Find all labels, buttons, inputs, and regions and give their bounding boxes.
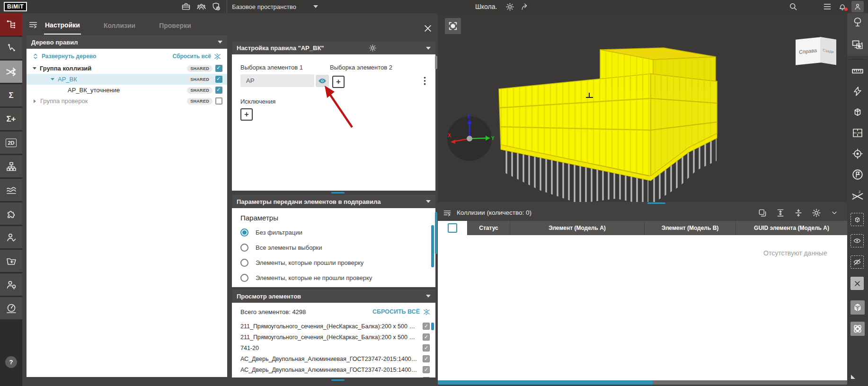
column-header-status[interactable]: Статус [468,221,510,235]
isolate-selection-icon[interactable] [850,213,864,226]
tree-item-checkbox[interactable] [215,76,222,83]
floorplan-icon[interactable] [850,126,865,140]
panel-scrollbar-thumb[interactable] [435,212,437,254]
element-list-item[interactable]: 741-20 [240,342,431,353]
task-list-icon[interactable] [821,1,833,12]
collapse-caret-icon[interactable] [426,200,431,203]
rule-more-menu-icon[interactable] [420,74,429,88]
workspace-selector-label[interactable]: Базовое пространство [232,3,296,10]
collapse-caret-icon[interactable] [426,295,431,298]
team-icon[interactable] [195,1,207,12]
shield-status-icon[interactable] [210,1,222,12]
rule-tree-header[interactable]: Дерево правил [27,35,227,49]
tree-caret-icon[interactable] [51,78,54,80]
add-selection2-button[interactable]: + [332,76,345,88]
doc-2d-tool-icon[interactable]: 2D [0,132,22,154]
user-location-tool-icon[interactable] [0,273,22,296]
sum-plus-tool-icon[interactable]: Σ+ [0,108,22,130]
show-selection-eye-icon[interactable] [850,234,864,247]
tree-item-ar-vk[interactable]: АР_ВК SHARED [27,74,227,85]
transfer-params-header[interactable]: Параметры передачи элементов в подправил… [232,195,435,208]
chevron-down-icon[interactable] [828,207,841,219]
select-node-tool-icon[interactable] [0,37,22,59]
viewport-3d[interactable]: Справа Сзади X Y Z [438,13,847,202]
tree-item-collision-group[interactable]: Группа коллизий SHARED [27,63,227,74]
tree-item-check-group[interactable]: Группа проверок SHARED [27,96,227,106]
close-panel-icon[interactable] [422,23,434,34]
element-checkbox[interactable] [423,366,430,373]
rule-gear-icon[interactable] [369,44,377,52]
add-exception-button[interactable]: + [240,108,253,121]
collisions-menu-icon[interactable] [438,208,457,218]
shaded-view-cube-icon[interactable] [850,300,865,315]
selection1-value-chip[interactable]: АР [240,74,314,87]
rule-settings-header[interactable]: Настройка правила "АР_ВК" [232,42,435,54]
horizontal-scrollbar[interactable] [438,380,847,385]
clear-filter-icon[interactable] [213,53,221,61]
horizontal-scrollbar-thumb[interactable] [438,380,653,385]
scrollbar-thumb[interactable] [431,225,434,267]
element-checkbox[interactable] [423,344,430,351]
axis-gizmo[interactable]: X Y Z [444,114,496,166]
search-icon[interactable] [787,1,799,12]
tree-item-checkbox[interactable] [215,97,222,105]
selection-sets-icon[interactable] [850,38,865,52]
collisions-settings-gear-icon[interactable] [810,207,823,219]
flag-marker-icon[interactable] [850,167,865,182]
panel-resize-handle[interactable] [647,202,665,204]
column-header-element-a[interactable]: Элемент (Модель А) [510,221,644,235]
help-button[interactable]: ? [5,356,17,368]
hide-selection-eye-slash-icon[interactable] [850,255,864,269]
viewport-select-button[interactable] [445,18,461,34]
tree-caret-icon[interactable] [33,67,36,70]
project-settings-gear-icon[interactable] [504,1,516,12]
collapse-caret-icon[interactable] [218,41,222,44]
element-list-item[interactable]: 211_Прямоугольного_сечения_(НесКаркас_Ба… [240,321,431,332]
tab-checks[interactable]: Проверки [158,15,192,34]
tab-settings[interactable]: Настройки [44,15,81,35]
rule-tree-tool-icon[interactable] [0,13,22,35]
radio-option[interactable]: Все элементы выборки [240,244,435,252]
element-checkbox[interactable] [423,377,430,377]
graphs-tool-icon[interactable] [0,179,22,201]
scrollbar-thumb[interactable] [431,323,434,330]
group-copy-icon[interactable] [756,207,769,219]
clear-filter-icon[interactable] [423,308,431,316]
panel-menu-icon[interactable] [22,19,44,30]
element-checkbox[interactable] [423,333,430,341]
user-check-tool-icon[interactable] [0,226,22,248]
collision-shuffle-tool-icon[interactable] [0,61,22,83]
element-list-item[interactable]: АС_Дверь_Двупольная_Алюминиевая_ГОСТ2374… [240,364,431,375]
navcube-face-right[interactable]: Справа [796,37,821,65]
workspace-caret-icon[interactable] [313,5,318,8]
bimit-logo[interactable]: BiMiT [4,2,27,11]
navcube-face-back[interactable]: Сзади [820,37,836,65]
element-list-item[interactable]: АС_Дверь_Двупольная_Алюминиевая_ГОСТ2374… [240,353,431,364]
navigation-cube[interactable]: Справа Сзади [796,35,841,68]
compare-models-icon[interactable]: 21 [850,189,865,203]
radio-icon[interactable] [240,274,248,282]
projects-icon[interactable] [180,1,192,12]
clash-flash-icon[interactable] [850,84,865,98]
collapse-caret-icon[interactable] [426,47,431,50]
expand-tree-icon[interactable] [32,53,39,60]
ruler-measure-icon[interactable] [850,64,865,78]
expand-rows-icon[interactable] [774,207,787,219]
element-checkbox[interactable] [423,323,430,330]
visibility-eye-button[interactable] [316,75,329,87]
tree-item-ar-vk-refine[interactable]: АР_ВК_уточнение SHARED [27,85,227,96]
resize-corner-handle[interactable] [851,375,855,379]
radio-option[interactable]: Элементы, которые не прошли проверку [240,274,435,282]
panel-resize-handle[interactable] [331,379,345,381]
reset-tree-link[interactable]: Сбросить всё [173,53,212,60]
column-header-element-b[interactable]: Элемент (Модель B) [645,221,735,235]
collapse-rows-icon[interactable] [792,207,805,219]
locate-target-icon[interactable] [850,147,865,161]
org-chart-tool-icon[interactable] [0,155,22,177]
orbit-mode-icon[interactable] [850,322,865,336]
user-account-icon[interactable] [851,1,864,12]
radio-icon[interactable] [240,228,248,237]
folder-transfer-tool-icon[interactable] [0,250,22,272]
panel-scrollbar-thumb[interactable] [435,56,437,69]
radio-option[interactable]: Элементы, которые прошли проверку [240,259,435,267]
